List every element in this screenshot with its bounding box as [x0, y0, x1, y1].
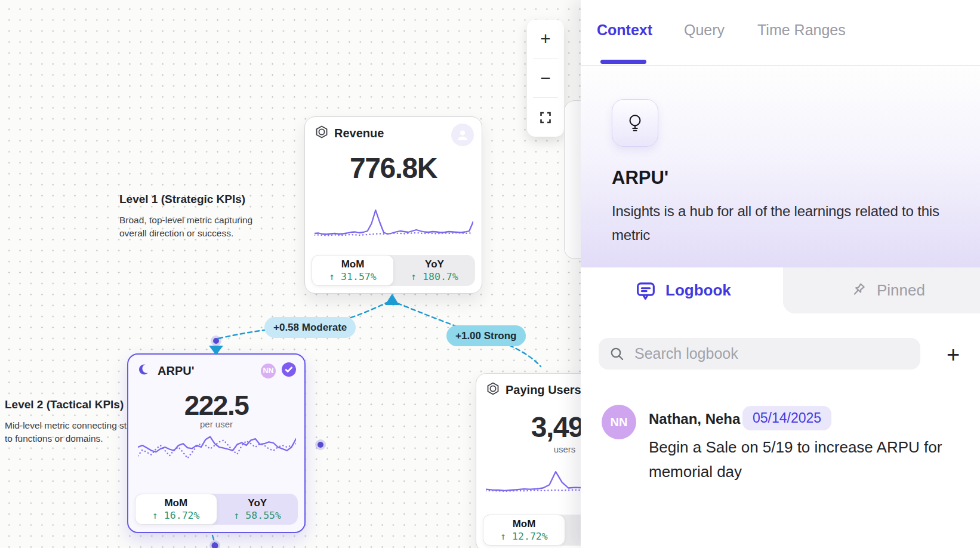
tab-query[interactable]: Query: [684, 21, 725, 39]
entry-date-badge: 05/14/2025: [742, 406, 831, 430]
sparkline-chart: [138, 427, 296, 467]
fit-view-button[interactable]: [527, 98, 564, 137]
subtab-pinned[interactable]: Pinned: [848, 267, 925, 313]
entry-message: Begin a Sale on 5/19 to increase ARPU fo…: [649, 435, 971, 484]
card-title: Paying Users': [506, 383, 584, 397]
card-header: Revenue: [315, 125, 474, 141]
card-footer: MoM ↑ 16.72% YoY ↑ 58.55%: [135, 494, 298, 525]
add-log-entry-button[interactable]: +: [939, 340, 967, 369]
card-title: ARPU': [158, 364, 194, 378]
tab-context[interactable]: Context: [597, 21, 652, 39]
panel-tabbar: Context Query Time Ranges: [581, 0, 980, 66]
mom-toggle[interactable]: MoM ↑ 16.72%: [135, 494, 217, 525]
zoom-in-button[interactable]: +: [527, 20, 564, 59]
level1-title: Level 1 (Strategic KPIs): [119, 192, 276, 207]
entry-avatar: NN: [602, 405, 636, 439]
search-icon: [609, 346, 625, 362]
pin-icon: [848, 281, 867, 300]
tab-time-ranges[interactable]: Time Ranges: [757, 21, 846, 39]
metric-value: 776.8K: [305, 152, 482, 184]
level1-description: Broad, top-level metric capturing overal…: [119, 214, 276, 240]
sparkline-chart: [315, 208, 473, 242]
level1-annotation: Level 1 (Strategic KPIs) Broad, top-leve…: [119, 192, 276, 240]
mom-toggle[interactable]: MoM ↑ 31.57%: [312, 255, 394, 286]
logbook-search: [599, 338, 920, 370]
zoom-out-button[interactable]: −: [527, 59, 564, 98]
crescent-moon-icon: [138, 362, 152, 379]
logbook-pinned-tabs: Logbook Pinned: [581, 267, 980, 313]
owner-avatar-icon: [451, 124, 474, 146]
card-footer: MoM ↑ 31.57% YoY ↑ 180.7%: [312, 255, 475, 286]
metric-card-arpu[interactable]: ARPU' NN 222.5 per user MoM ↑ 16.72% YoY…: [127, 353, 306, 533]
canvas-zoom-controls: + −: [527, 20, 564, 137]
app-root: Level 1 (Strategic KPIs) Broad, top-leve…: [0, 0, 980, 548]
details-panel: Context Query Time Ranges ARPU' Insights…: [581, 0, 980, 548]
mom-toggle[interactable]: MoM ↑ 12.72%: [483, 515, 565, 546]
collaborator-badge: NN: [261, 364, 276, 378]
metric-description: Insights is a hub for all of the learnin…: [612, 199, 961, 247]
card-title: Revenue: [334, 127, 384, 140]
correlation-label-moderate[interactable]: +0.58 Moderate: [264, 317, 356, 338]
logbook-chat-icon: [636, 281, 656, 301]
metric-name-heading: ARPU': [612, 167, 668, 189]
lightbulb-icon: [624, 112, 646, 134]
entry-author: Nathan, Neha: [649, 411, 740, 427]
card-header: ARPU' NN: [138, 363, 297, 378]
metric-value: 222.5: [128, 389, 304, 421]
yoy-toggle[interactable]: YoY ↑ 58.55%: [217, 494, 298, 525]
yoy-toggle[interactable]: YoY ↑ 180.7%: [394, 255, 475, 286]
correlation-label-strong[interactable]: +1.00 Strong: [446, 325, 526, 346]
metric-hero-section: ARPU' Insights is a hub for all of the l…: [581, 66, 980, 267]
subtab-logbook[interactable]: Logbook: [636, 267, 731, 313]
insight-tile: [612, 99, 658, 147]
metric-hexagon-icon: [315, 125, 329, 141]
active-tab-underline: [600, 60, 646, 64]
search-input[interactable]: [634, 345, 910, 362]
metric-hexagon-icon: [486, 381, 500, 398]
metric-card-revenue[interactable]: Revenue 776.8K MoM ↑ 31.57% YoY ↑ 180.7%: [304, 116, 482, 294]
verified-check-icon: [281, 362, 297, 380]
fullscreen-icon: [539, 111, 552, 124]
